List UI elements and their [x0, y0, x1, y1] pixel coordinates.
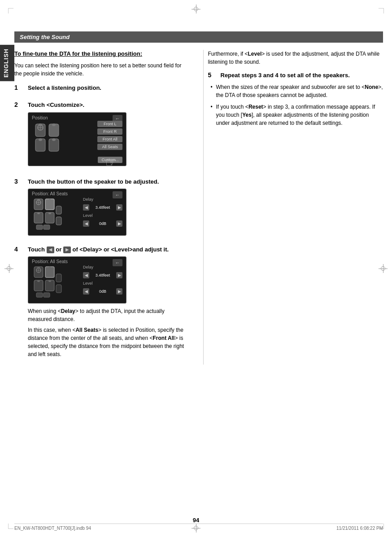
svg-rect-25	[44, 225, 50, 229]
level-increase-2[interactable]: ▶	[116, 220, 122, 227]
screen2-header: Position: All Seats	[32, 191, 68, 196]
left-btn-inline[interactable]: ◀	[47, 246, 54, 253]
seat-diagram-1	[32, 122, 62, 158]
screen-mockup-1: Position	[28, 112, 126, 166]
bottom-text-line1: When using <Delay> to adjust the DTA, in…	[28, 307, 190, 323]
level-increase-3[interactable]: ▶	[116, 288, 122, 295]
step-2: 2 Touch <Customize>. Position	[14, 101, 190, 169]
bullet-1: When the sizes of the rear speaker and s…	[211, 83, 383, 99]
delay-increase-2[interactable]: ▶	[116, 204, 122, 211]
right-column: Furthermore, if <Level> is used for the …	[203, 50, 383, 365]
svg-point-38	[48, 280, 51, 282]
step-4-number: 4	[14, 246, 23, 358]
svg-rect-31	[56, 285, 61, 293]
screen3-controls: Delay ◀ 3.48feet ▶ Level ◀ 0dB ▶	[83, 265, 122, 295]
bottom-text: When using <Delay> to adjust the DTA, in…	[28, 307, 190, 358]
customize-button[interactable]: Custom...	[98, 157, 122, 163]
svg-point-7	[39, 123, 42, 126]
step-1-content: Select a listening position.	[28, 84, 190, 95]
step-2-label: Touch <Customize>.	[28, 101, 190, 109]
svg-point-21	[48, 199, 51, 201]
step-3-content: Touch the button of the speaker to be ad…	[28, 178, 190, 239]
bullet-2: If you touch <Reset> in step 3, a confir…	[211, 103, 383, 127]
position-item-frontl[interactable]: Front L	[97, 121, 122, 127]
delay-label-2: Delay	[83, 197, 122, 202]
bottom-text-line2: In this case, when <All Seats> is select…	[28, 326, 190, 358]
delay-decrease-3[interactable]: ◀	[83, 272, 89, 278]
step-5-header: 5 Repeat steps 3 and 4 to set all of the…	[208, 71, 383, 79]
crosshair-left	[4, 264, 13, 273]
step-5-label: Repeat steps 3 and 4 to set all of the s…	[221, 71, 350, 79]
footer-right: 11/21/2011 6:08:22 PM	[336, 526, 383, 531]
svg-rect-16	[56, 217, 61, 225]
level-label-3: Level	[83, 281, 122, 286]
position-item-frontall[interactable]: Front All	[97, 136, 122, 142]
svg-point-36	[48, 267, 51, 268]
step-5-bullets: When the sizes of the rear speaker and s…	[208, 83, 383, 127]
two-column-layout: To fine-tune the DTA for the listening p…	[14, 50, 383, 365]
svg-point-22	[37, 212, 40, 214]
screen1-header: Position	[32, 115, 48, 120]
svg-rect-24	[36, 225, 43, 229]
svg-rect-39	[36, 293, 43, 297]
seat-diagram-2	[32, 197, 68, 232]
right-text-1: Furthermore, if <Level> is used for the …	[208, 50, 383, 66]
left-column: To fine-tune the DTA for the listening p…	[14, 50, 194, 365]
level-value-3: 0dB	[91, 289, 115, 294]
section-header: Setting the Sound	[14, 31, 383, 43]
level-decrease-2[interactable]: ◀	[83, 220, 89, 227]
step-4-label: Touch ◀ or ▶ of <Delay> or <Level>and ad…	[28, 246, 190, 254]
footer: EN_KW-NT800HDT_NT700[J].indb 94 11/21/20…	[14, 524, 383, 531]
delay-label-3: Delay	[83, 265, 122, 269]
screen3-header: Position: All Seats	[32, 259, 68, 264]
step-3-label: Touch the button of the speaker to be ad…	[28, 178, 190, 186]
svg-point-35	[37, 267, 40, 268]
section-title: To fine-tune the DTA for the listening p…	[14, 50, 190, 58]
step-2-number: 2	[14, 101, 23, 169]
intro-text: You can select the listening position he…	[14, 62, 190, 78]
position-list: Front L Front R Front All All Seats	[97, 121, 122, 150]
screen-mockup-3: Position: All Seats	[28, 256, 126, 304]
svg-rect-30	[56, 274, 61, 282]
seat-diagram-3	[32, 265, 68, 300]
svg-rect-15	[56, 206, 61, 214]
step-1: 1 Select a listening position.	[14, 84, 190, 95]
corner-mark-tr	[379, 8, 384, 13]
step-4: 4 Touch ◀ or ▶ of <Delay> or <Level>and …	[14, 246, 190, 358]
delay-value-3: 3.48feet	[91, 273, 115, 277]
svg-rect-40	[44, 293, 50, 297]
step-5: 5 Repeat steps 3 and 4 to set all of the…	[208, 71, 383, 127]
position-item-frontr[interactable]: Front R	[97, 128, 122, 135]
screen2-controls: Delay ◀ 3.48feet ▶ Level ◀ 0dB ▶	[83, 197, 122, 227]
language-sidebar: ENGLISH	[0, 45, 14, 81]
level-label-2: Level	[83, 213, 122, 218]
step-1-number: 1	[14, 84, 23, 95]
step-1-label: Select a listening position.	[28, 84, 190, 92]
step-2-content: Touch <Customize>. Position	[28, 101, 190, 169]
delay-control-3: ◀ 3.48feet ▶	[83, 272, 122, 278]
level-value-2: 0dB	[91, 221, 115, 226]
delay-value-2: 3.48feet	[91, 205, 115, 210]
screen-mockup-2: Position: All Seats	[28, 189, 126, 236]
delay-decrease-2[interactable]: ◀	[83, 204, 89, 211]
level-control-3: ◀ 0dB ▶	[83, 288, 122, 295]
position-item-allseats[interactable]: All Seats	[97, 144, 122, 150]
main-content: Setting the Sound To fine-tune the DTA f…	[14, 31, 383, 510]
step-3: 3 Touch the button of the speaker to be …	[14, 178, 190, 239]
svg-point-37	[37, 280, 40, 282]
right-btn-inline[interactable]: ▶	[63, 246, 71, 253]
svg-point-20	[37, 199, 40, 201]
step-4-content: Touch ◀ or ▶ of <Delay> or <Level>and ad…	[28, 246, 190, 358]
footer-left: EN_KW-NT800HDT_NT700[J].indb 94	[14, 526, 91, 531]
svg-point-23	[48, 212, 51, 214]
level-decrease-3[interactable]: ◀	[83, 288, 89, 295]
svg-point-9	[39, 138, 42, 141]
delay-control-2: ◀ 3.48feet ▶	[83, 204, 122, 211]
level-control-2: ◀ 0dB ▶	[83, 220, 122, 227]
page-number: 94	[193, 517, 199, 524]
delay-increase-3[interactable]: ▶	[116, 272, 122, 278]
corner-mark-bl	[8, 524, 13, 529]
svg-point-10	[52, 138, 56, 141]
step-3-number: 3	[14, 178, 23, 239]
svg-point-8	[52, 123, 56, 126]
